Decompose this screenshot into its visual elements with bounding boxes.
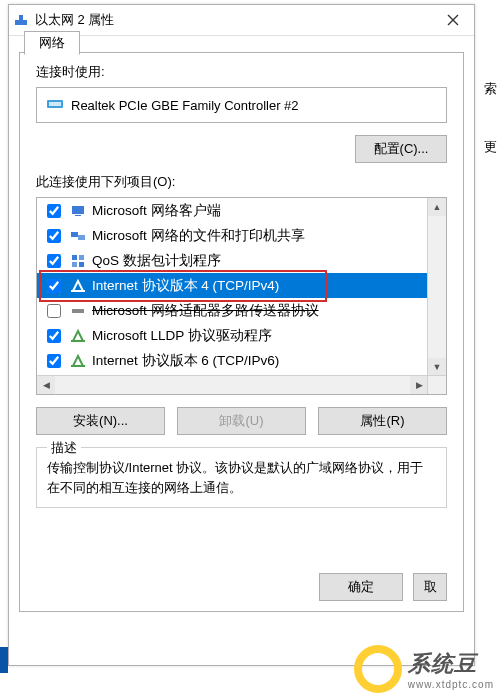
item-label: QoS 数据包计划程序 <box>92 252 221 270</box>
scroll-track-vertical[interactable] <box>428 216 446 358</box>
item-label: Microsoft 网络的文件和打印机共享 <box>92 227 305 245</box>
strip-char-1: 索 <box>480 80 500 98</box>
configure-row: 配置(C)... <box>20 127 463 163</box>
share-icon <box>70 228 86 244</box>
connect-using-label: 连接时使用: <box>36 63 447 81</box>
adapter-icon <box>47 98 63 113</box>
svg-rect-13 <box>72 309 84 313</box>
item-checkbox[interactable] <box>47 329 61 343</box>
dialog-footer: 确定 取 <box>20 563 463 611</box>
ok-button[interactable]: 确定 <box>319 573 403 601</box>
proto-icon <box>70 353 86 369</box>
description-title: 描述 <box>47 438 81 458</box>
scroll-left-button[interactable]: ◀ <box>37 376 55 394</box>
svg-rect-7 <box>78 235 85 240</box>
item-label: Microsoft LLDP 协议驱动程序 <box>92 327 272 345</box>
svg-rect-1 <box>19 15 23 20</box>
ethernet-icon <box>13 12 29 28</box>
proto-icon <box>70 328 86 344</box>
proto-icon <box>70 278 86 294</box>
configure-button[interactable]: 配置(C)... <box>355 135 447 163</box>
list-item[interactable]: Internet 协议版本 4 (TCP/IPv4) <box>37 273 428 298</box>
svg-rect-8 <box>72 255 77 260</box>
item-buttons-row: 安装(N)... 卸载(U) 属性(R) <box>20 397 463 439</box>
network-items-listbox[interactable]: Microsoft 网络客户端Microsoft 网络的文件和打印机共享QoS … <box>36 197 447 395</box>
list-item[interactable]: Microsoft LLDP 协议驱动程序 <box>37 323 428 348</box>
svg-rect-5 <box>75 215 81 216</box>
scroll-right-button[interactable]: ▶ <box>410 376 428 394</box>
tab-network[interactable]: 网络 <box>24 31 80 55</box>
client-icon <box>70 203 86 219</box>
items-list-label: 此连接使用下列项目(O): <box>36 173 447 191</box>
svg-rect-0 <box>15 20 27 25</box>
list-item[interactable]: Internet 协议版本 6 (TCP/IPv6) <box>37 348 428 373</box>
item-checkbox[interactable] <box>47 254 61 268</box>
tab-panel: 网络 连接时使用: Realtek PCIe GBE Family Contro… <box>19 52 464 612</box>
svg-rect-4 <box>72 206 84 214</box>
svg-rect-11 <box>79 262 84 267</box>
svg-rect-10 <box>72 262 77 267</box>
item-checkbox[interactable] <box>47 354 61 368</box>
list-item[interactable]: Microsoft 网络客户端 <box>37 198 428 223</box>
strip-char-2: 更 <box>480 138 500 156</box>
description-text: 传输控制协议/Internet 协议。该协议是默认的广域网络协议，用于在不同的相… <box>47 458 436 497</box>
adapter-name: Realtek PCIe GBE Family Controller #2 <box>71 98 299 113</box>
install-button[interactable]: 安装(N)... <box>36 407 165 435</box>
qos-icon <box>70 253 86 269</box>
scroll-up-button[interactable]: ▲ <box>428 198 446 216</box>
close-button[interactable] <box>436 8 470 32</box>
list-item[interactable]: Microsoft 网络适配器多路传送器协议 <box>37 298 428 323</box>
list-label-section: 此连接使用下列项目(O): <box>20 163 463 191</box>
scroll-down-button[interactable]: ▼ <box>428 358 446 376</box>
description-group: 描述 传输控制协议/Internet 协议。该协议是默认的广域网络协议，用于在不… <box>36 447 447 508</box>
properties-dialog: 以太网 2 属性 网络 连接时使用: Realtek PCIe GBE Fami… <box>8 4 475 666</box>
background-taskbar-fragment <box>0 647 8 673</box>
svg-rect-6 <box>71 232 78 237</box>
item-label: Microsoft 网络适配器多路传送器协议 <box>92 302 319 320</box>
list-item[interactable]: QoS 数据包计划程序 <box>37 248 428 273</box>
scrollbar-corner <box>427 375 446 394</box>
connect-using-section: 连接时使用: Realtek PCIe GBE Family Controlle… <box>20 53 463 127</box>
close-icon <box>447 14 459 26</box>
item-checkbox[interactable] <box>47 279 61 293</box>
mux-icon <box>70 303 86 319</box>
item-label: Microsoft 网络客户端 <box>92 202 221 220</box>
list-item[interactable]: Microsoft 网络的文件和打印机共享 <box>37 223 428 248</box>
cropped-right-strip: 索 更 <box>480 40 500 156</box>
item-checkbox[interactable] <box>47 304 61 318</box>
item-checkbox[interactable] <box>47 229 61 243</box>
watermark-url: www.xtdptc.com <box>408 679 494 690</box>
svg-rect-9 <box>79 255 84 260</box>
item-label: Internet 协议版本 6 (TCP/IPv6) <box>92 352 279 370</box>
cancel-button[interactable]: 取 <box>413 573 447 601</box>
horizontal-scrollbar[interactable]: ◀ ▶ <box>37 375 428 394</box>
svg-rect-3 <box>49 102 61 106</box>
adapter-box[interactable]: Realtek PCIe GBE Family Controller #2 <box>36 87 447 123</box>
vertical-scrollbar[interactable]: ▲ ▼ <box>427 198 446 376</box>
item-label: Internet 协议版本 4 (TCP/IPv4) <box>92 277 279 295</box>
scroll-track-horizontal[interactable] <box>55 376 410 394</box>
item-checkbox[interactable] <box>47 204 61 218</box>
uninstall-button[interactable]: 卸载(U) <box>177 407 306 435</box>
window-title: 以太网 2 属性 <box>35 11 436 29</box>
properties-button[interactable]: 属性(R) <box>318 407 447 435</box>
